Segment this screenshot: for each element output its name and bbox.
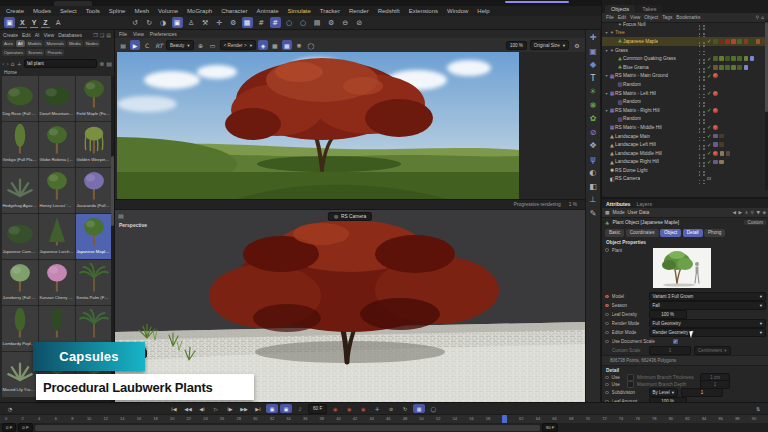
tree-row-rs-camera[interactable]: ◧RS Camera⊡ [602,175,765,184]
render-slot-dropdown[interactable]: < Render >▾ [220,40,256,50]
user-data-label[interactable]: User Data [628,210,650,215]
material-tag[interactable] [719,160,724,165]
material-tag[interactable] [713,134,718,139]
visibility-dots[interactable] [699,145,701,147]
material-tag[interactable] [719,56,724,61]
tree-row-common-quaking-grass[interactable]: ♣Common Quaking Grass✓ [602,54,765,63]
toolbar-icon-13[interactable]: ▤ [312,17,323,28]
plant-tag-icon[interactable] [750,56,755,61]
visibility-dots[interactable] [703,137,705,139]
material-tag[interactable] [726,151,731,156]
mograph-cloner-icon[interactable]: ✳ [590,87,597,96]
filter-tab-presets[interactable]: Presets [45,49,64,56]
compare-icon[interactable]: ⊕ [196,40,206,50]
prev-key-button[interactable]: ◀◀ [182,404,194,413]
visibility-dots[interactable] [703,162,705,164]
material-tag[interactable] [713,142,718,147]
visibility-dots[interactable] [703,33,705,35]
browser-menu-databases[interactable]: Databases [58,32,82,38]
custom-scale-field[interactable]: 1 [649,346,691,355]
leaf-density-field[interactable]: 100 % [649,310,687,319]
filter-icon[interactable]: ▼ [756,210,760,215]
asset-tile-golden-weeping-willo[interactable]: Golden Weeping Willo... [76,122,112,167]
keyframe-dot[interactable] [605,331,609,335]
axis-z-toggle[interactable]: Z [41,18,49,28]
asset-tile-field-maple-fall-plant[interactable]: Field Maple (Fall Plant) [76,76,112,121]
pv-menu-view[interactable]: View [133,31,144,37]
visibility-dots[interactable] [699,154,701,156]
max-depth-checkbox[interactable]: ✓ [627,381,635,389]
redshift-tag-icon[interactable] [713,151,718,156]
tree-row-random[interactable]: ▨Random [602,80,765,89]
up-icon[interactable]: ∧ [745,210,748,215]
material-tag[interactable] [750,39,755,44]
rt-toggle[interactable]: RT [154,40,164,50]
tab-attributes[interactable]: Attributes [606,201,631,207]
breadcrumb[interactable]: Home [0,69,114,76]
visibility-dots[interactable] [703,25,705,27]
asset-tile-jacaranda-fall-plant[interactable]: Jacaranda (Fall Plant) [76,168,112,213]
visibility-dots[interactable] [699,162,701,164]
search-icon[interactable]: ⚲ [751,210,754,215]
axis-y-toggle[interactable]: Y [30,18,39,28]
visibility-dots[interactable] [703,171,705,173]
toolbar-icon-11[interactable]: ○ [284,17,295,28]
record-point-button[interactable]: ◯ [427,404,439,413]
viewport-menu-icon[interactable]: ▤ [118,212,124,219]
keyframe-selection-button[interactable]: ◉ [357,404,369,413]
toolbar-icon-7[interactable]: ⚙ [228,17,239,28]
menu-extensions[interactable]: Extensions [409,8,438,14]
enabled-check-icon[interactable]: ✓ [707,142,712,148]
back-icon[interactable]: ‹ [2,60,4,67]
keyframe-dot[interactable] [605,322,609,326]
browser-layout-icon-0[interactable]: ❐ [93,32,97,38]
tab-layers[interactable]: Layers [637,201,653,207]
menu-tracker[interactable]: Tracker [320,8,340,14]
material-tag[interactable] [720,151,725,156]
refresh-icon[interactable]: C [142,40,152,50]
toolbar-icon-5[interactable]: ⚒ [200,17,211,28]
enabled-check-icon[interactable]: ✓ [707,73,712,79]
visibility-dots[interactable] [699,111,701,113]
prev-frame-button[interactable]: ◀I [196,404,208,413]
mograph-fracture-icon[interactable]: ❋ [590,101,597,110]
back-icon[interactable]: ◀ [733,210,737,215]
toolbar-icon-15[interactable]: ⊖ [340,17,351,28]
browser-menu-edit[interactable]: Edit [22,32,31,38]
asset-tile-kentia-palm-fall-plant[interactable]: Kentia Palm (Fall Plant) [76,260,112,305]
folder-icon[interactable]: ▤ [118,40,128,50]
enabled-check-icon[interactable]: ✓ [707,107,712,113]
material-tag[interactable] [744,56,749,61]
asset-tile-dog-rose-fall-plant[interactable]: Dog Rose (Fall Plant) [2,76,38,121]
tree-row-landscape-main[interactable]: ▲Landscape Main✓ [602,132,765,141]
transform-icon[interactable]: ✛ [590,33,597,42]
play-button[interactable]: ▷ [210,404,222,413]
lock-icon[interactable]: ◈ [762,210,766,215]
filter-tab-all[interactable]: All [16,40,25,47]
enabled-check-icon[interactable]: ✓ [707,133,712,139]
folder-icon[interactable]: ▤ [106,60,112,67]
visibility-dots[interactable] [703,119,705,121]
clear-search-icon[interactable]: ⊗ [99,60,104,67]
toolbar-icon-14[interactable]: ⚙ [326,17,337,28]
plant-preview-thumbnail[interactable] [653,248,711,288]
visibility-dots[interactable] [703,51,705,53]
swap-timeline-icon[interactable]: ⇅ [752,404,764,413]
go-start-button[interactable]: I◀ [168,404,180,413]
plant-tag-icon[interactable] [744,65,749,70]
tree-row-rs-matrix-main-ground[interactable]: ▾▦RS Matrix - Main Ground✓ [602,72,765,81]
menu-tools[interactable]: Tools [86,8,100,14]
go-end-button[interactable]: ▶I [252,404,264,413]
toolbar-icon-16[interactable]: ⊘ [354,17,365,28]
menu-create[interactable]: Create [6,8,24,14]
axis-system-icon[interactable]: A [53,17,64,28]
environment-icon[interactable]: ◐ [590,168,597,177]
toolbar-icon-9[interactable]: # [256,17,267,28]
tree-row-blue-grama[interactable]: ♣Blue Grama✓ [602,63,765,72]
visibility-dots[interactable] [703,128,705,130]
toolbar-icon-6[interactable]: ✛ [214,17,225,28]
tree-row-random[interactable]: ▨Random [602,115,765,124]
record-rotation-button[interactable]: ↻ [399,404,411,413]
dynamics-icon[interactable]: ψ [590,155,595,164]
filter-tab-operators[interactable]: Operators [2,49,25,56]
